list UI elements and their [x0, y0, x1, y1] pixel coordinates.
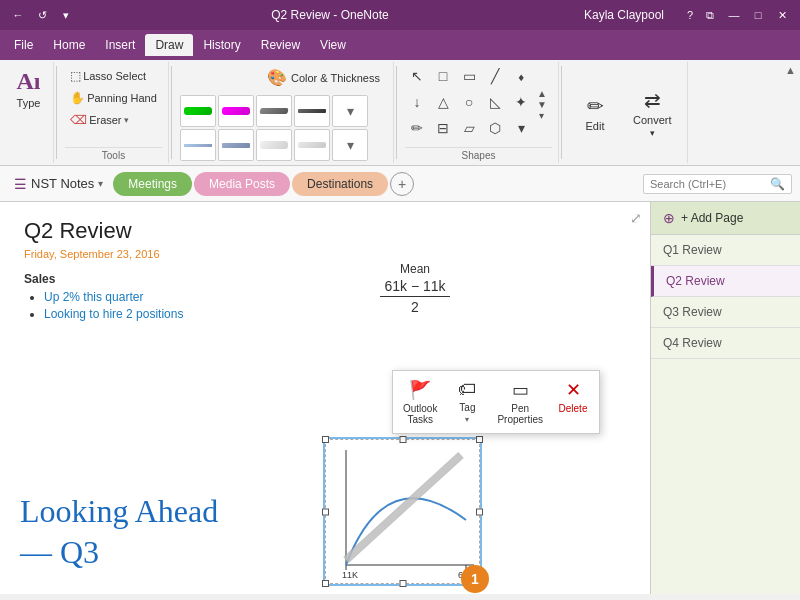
- notebook-dropdown-icon[interactable]: ▾: [98, 178, 103, 189]
- shape-right-tri[interactable]: ◺: [483, 90, 507, 114]
- window-title: Q2 Review - OneNote: [76, 8, 584, 22]
- ctx-delete[interactable]: ✕ Delete: [551, 375, 595, 429]
- convert-icon: ⇄: [644, 88, 661, 112]
- handle-ml[interactable]: [322, 508, 329, 515]
- ctx-tag[interactable]: 🏷 Tag ▾: [445, 375, 489, 429]
- mean-formula: Mean 61k − 11k 2: [380, 262, 450, 315]
- pen-pink[interactable]: [218, 95, 254, 127]
- tab-destinations[interactable]: Destinations: [292, 172, 388, 196]
- menu-insert[interactable]: Insert: [95, 34, 145, 56]
- pen-white1[interactable]: [256, 129, 292, 161]
- page-q3[interactable]: Q3 Review: [651, 297, 800, 328]
- ctx-pen-properties[interactable]: ▭ Pen Properties: [491, 375, 549, 429]
- handle-tr[interactable]: [476, 436, 483, 443]
- expand-icon[interactable]: ⤢: [630, 210, 642, 226]
- shape-para[interactable]: ▱: [457, 116, 481, 140]
- edit-button[interactable]: ✏ Edit: [570, 89, 620, 137]
- shape-rect[interactable]: □: [431, 64, 455, 88]
- tag-icon: 🏷: [458, 379, 476, 400]
- page-q4[interactable]: Q4 Review: [651, 328, 800, 359]
- page-list: Q1 Review Q2 Review Q3 Review Q4 Review: [651, 235, 800, 594]
- menu-draw[interactable]: Draw: [145, 34, 193, 56]
- page-q1[interactable]: Q1 Review: [651, 235, 800, 266]
- menu-history[interactable]: History: [193, 34, 250, 56]
- menu-bar: File Home Insert Draw History Review Vie…: [0, 30, 800, 60]
- ribbon-toolbar: Aı Type ⬚ Lasso Select ✋ Panning Hand ⌫ …: [0, 60, 800, 166]
- shape-line[interactable]: ╱: [483, 64, 507, 88]
- handle-tl[interactable]: [322, 436, 329, 443]
- convert-button[interactable]: ⇄ Convert ▾: [624, 83, 681, 143]
- pen-white2[interactable]: [294, 129, 330, 161]
- sales-bullet1: Up 2% this quarter: [44, 290, 143, 304]
- search-icon[interactable]: 🔍: [770, 177, 785, 191]
- shape-circle[interactable]: ○: [457, 90, 481, 114]
- shape-diamond[interactable]: ⬧: [509, 64, 533, 88]
- notebook-tabs: Meetings Media Posts Destinations +: [113, 172, 414, 196]
- handle-mr[interactable]: [476, 508, 483, 515]
- mean-denominator: 2: [411, 299, 419, 315]
- lasso-select-button[interactable]: ⬚ Lasso Select: [65, 66, 162, 86]
- shape-triangle[interactable]: △: [431, 90, 455, 114]
- search-input[interactable]: [650, 178, 770, 190]
- tab-media-posts[interactable]: Media Posts: [194, 172, 290, 196]
- color-thickness-button[interactable]: 🎨 Color & Thickness: [260, 64, 387, 91]
- lasso-icon: ⬚: [70, 69, 81, 83]
- pen-scroll[interactable]: ▾: [332, 95, 368, 127]
- shape-more[interactable]: ▾: [509, 116, 533, 140]
- handle-bl[interactable]: [322, 580, 329, 587]
- back-button[interactable]: ←: [8, 5, 28, 25]
- menu-home[interactable]: Home: [43, 34, 95, 56]
- close-button[interactable]: ✕: [772, 5, 792, 25]
- restore-button[interactable]: ⧉: [700, 5, 720, 25]
- note-date: Friday, September 23, 2016: [24, 248, 626, 260]
- shapes-scroll-down[interactable]: ▼: [537, 99, 547, 110]
- pen-scroll2[interactable]: ▾: [332, 129, 368, 161]
- shapes-expand[interactable]: ▾: [539, 110, 544, 121]
- add-page-button[interactable]: ⊕ + Add Page: [651, 202, 800, 235]
- shape-eq[interactable]: ⊟: [431, 116, 455, 140]
- customize-button[interactable]: ▾: [56, 5, 76, 25]
- pen-green[interactable]: [180, 95, 216, 127]
- ctx-outlook-tasks[interactable]: 🚩 Outlook Tasks: [397, 375, 443, 429]
- add-tab-button[interactable]: +: [390, 172, 414, 196]
- chart-container[interactable]: 11K 61K 1: [325, 439, 480, 584]
- page-q2[interactable]: Q2 Review: [651, 266, 800, 297]
- eraser-dropdown-icon[interactable]: ▾: [124, 115, 129, 125]
- shape-select[interactable]: ↖: [405, 64, 429, 88]
- shape-rrect[interactable]: ▭: [457, 64, 481, 88]
- panning-hand-button[interactable]: ✋ Panning Hand: [65, 88, 162, 108]
- notebook-name[interactable]: ☰ NST Notes ▾: [8, 174, 109, 194]
- maximize-button[interactable]: □: [748, 5, 768, 25]
- undo-button[interactable]: ↺: [32, 5, 52, 25]
- tag-dropdown-icon[interactable]: ▾: [465, 415, 469, 424]
- tab-meetings[interactable]: Meetings: [113, 172, 192, 196]
- edit-convert-section: ✏ Edit ⇄ Convert ▾: [564, 62, 688, 163]
- convert-dropdown-icon[interactable]: ▾: [650, 128, 655, 138]
- shapes-scroll-up[interactable]: ▲: [537, 88, 547, 99]
- shape-pen[interactable]: ✏: [405, 116, 429, 140]
- pens-grid: ▾ ▾: [180, 95, 387, 161]
- shape-down-arrow[interactable]: ↓: [405, 90, 429, 114]
- pen-gray1[interactable]: [256, 95, 292, 127]
- pen-gray2[interactable]: [294, 95, 330, 127]
- sales-section: Sales Up 2% this quarter Looking to hire…: [24, 272, 626, 321]
- eraser-button[interactable]: ⌫ Eraser ▾: [65, 110, 162, 130]
- help-button[interactable]: ?: [680, 5, 700, 25]
- menu-view[interactable]: View: [310, 34, 356, 56]
- minimize-button[interactable]: —: [724, 5, 744, 25]
- sales-title: Sales: [24, 272, 626, 286]
- notebook-icon: ☰: [14, 176, 27, 192]
- menu-review[interactable]: Review: [251, 34, 310, 56]
- menu-file[interactable]: File: [4, 34, 43, 56]
- pen-blue[interactable]: [218, 129, 254, 161]
- handwriting-area: Looking Ahead — Q3: [20, 491, 218, 574]
- handle-tm[interactable]: [399, 436, 406, 443]
- shape-star[interactable]: ✦: [509, 90, 533, 114]
- shape-hexagon[interactable]: ⬡: [483, 116, 507, 140]
- handle-bm[interactable]: [399, 580, 406, 587]
- ribbon-collapse-button[interactable]: ▲: [785, 64, 796, 76]
- add-icon: ⊕: [663, 210, 675, 226]
- eraser-icon: ⌫: [70, 113, 87, 127]
- pen-lightblue[interactable]: [180, 129, 216, 161]
- mean-numerator: 61k − 11k: [384, 278, 445, 294]
